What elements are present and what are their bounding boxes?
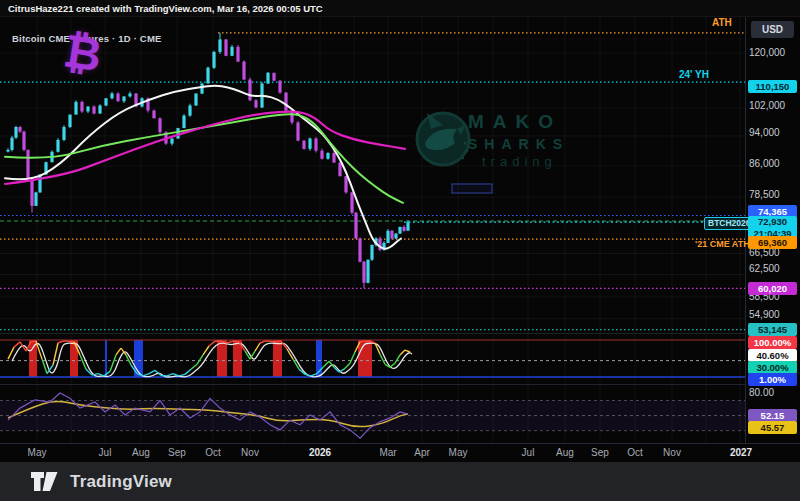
price-level-chip: 40.60% <box>748 349 797 362</box>
currency-button[interactable]: USD <box>751 21 794 38</box>
time-label: Oct <box>205 447 221 458</box>
time-label: Mar <box>379 447 396 458</box>
price-label: 94,000 <box>749 127 780 138</box>
watermark-text: MAKO SHARKS trading <box>468 111 569 169</box>
price-label: 120,000 <box>749 47 785 58</box>
price-level-chip: 100.00% <box>748 336 797 349</box>
price-level-chip: 30.00% <box>748 361 797 374</box>
time-label: Aug <box>556 447 574 458</box>
tradingview-logo-icon[interactable] <box>30 470 60 494</box>
time-label: Jul <box>99 447 112 458</box>
time-label: May <box>28 447 47 458</box>
price-label: 62,500 <box>749 263 780 274</box>
bitcoin-icon: ₿ <box>61 27 105 78</box>
price-label: 86,000 <box>749 158 780 169</box>
time-label: Nov <box>241 447 259 458</box>
time-label: Nov <box>663 447 681 458</box>
time-label: Jul <box>522 447 535 458</box>
price-label: 78,500 <box>749 189 780 200</box>
price-level-chip: 60,020 <box>748 282 797 295</box>
price-level-chip: 53,145 <box>748 323 797 336</box>
price-level-chip: 69,360 <box>748 236 797 249</box>
price-label: 80.00 <box>749 387 774 398</box>
attribution-bar: CitrusHaze221 created with TradingView.c… <box>0 0 800 17</box>
time-label: 2027 <box>730 447 752 458</box>
tradingview-screenshot: CitrusHaze221 created with TradingView.c… <box>0 0 800 501</box>
time-axis[interactable]: MayJulAugSepOctNov2026MarAprMayJulAugSep… <box>0 446 800 463</box>
price-label: 102,000 <box>749 100 785 111</box>
time-label: Sep <box>168 447 186 458</box>
price-level-chip: 1.00% <box>748 373 797 386</box>
watermark: MAKO SHARKS trading <box>413 103 613 173</box>
ath-label: ATH <box>712 17 732 28</box>
price-label: 54,900 <box>749 309 780 320</box>
time-label: Aug <box>132 447 150 458</box>
price-level-chip: 52.15 <box>748 409 797 422</box>
time-label: 2026 <box>309 447 331 458</box>
attribution-text: CitrusHaze221 created with TradingView.c… <box>8 3 323 14</box>
price-level-chip: 45.57 <box>748 421 797 434</box>
time-label: Oct <box>627 447 643 458</box>
footer: TradingView <box>0 462 800 501</box>
shark-logo-icon <box>413 103 475 169</box>
price-label: 66,500 <box>749 247 780 258</box>
contract-label: BTCH2026 <box>704 217 755 230</box>
time-label: Sep <box>591 447 609 458</box>
tradingview-brand[interactable]: TradingView <box>70 472 172 492</box>
yearly-high-label: 24' YH <box>679 69 709 80</box>
time-label: Apr <box>414 447 430 458</box>
cme-ath-label: '21 CME ATH <box>695 239 744 249</box>
time-label: May <box>449 447 468 458</box>
price-level-chip: 110,150 <box>748 80 797 93</box>
